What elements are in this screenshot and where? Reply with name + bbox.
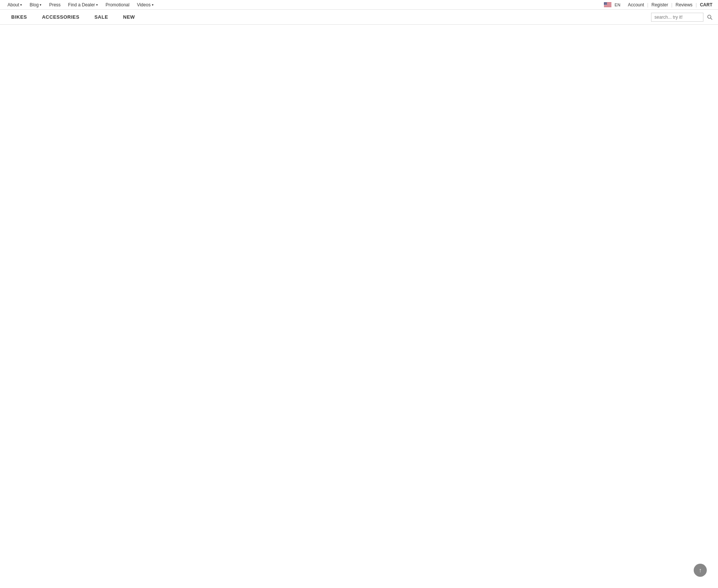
main-nav-bikes-label: BIKES bbox=[11, 14, 27, 20]
svg-rect-5 bbox=[604, 6, 611, 6]
language-code: EN bbox=[613, 3, 622, 7]
svg-point-19 bbox=[605, 4, 605, 5]
svg-point-11 bbox=[606, 3, 607, 3]
svg-point-9 bbox=[605, 3, 605, 3]
main-nav-sale-label: SALE bbox=[94, 14, 108, 20]
top-nav-right: EN Account | Register | Reviews | CART bbox=[604, 2, 714, 7]
svg-point-16 bbox=[605, 4, 605, 4]
main-nav-accessories[interactable]: ACCESSORIES bbox=[34, 10, 87, 25]
cart-link[interactable]: CART bbox=[698, 2, 714, 7]
main-nav-sale[interactable]: SALE bbox=[87, 10, 116, 25]
svg-point-8 bbox=[604, 3, 605, 3]
separator-3: | bbox=[694, 2, 698, 7]
top-nav-promotional-label: Promotional bbox=[105, 2, 129, 7]
svg-rect-6 bbox=[604, 6, 611, 7]
top-nav-left: About ▾ Blog ▾ Press Find a Dealer ▾ Pro… bbox=[4, 0, 157, 10]
svg-point-18 bbox=[606, 4, 607, 4]
svg-point-15 bbox=[604, 4, 605, 4]
top-navigation: About ▾ Blog ▾ Press Find a Dealer ▾ Pro… bbox=[0, 0, 718, 10]
top-nav-find-dealer-label: Find a Dealer bbox=[68, 2, 95, 7]
separator-1: | bbox=[646, 2, 650, 7]
language-switcher[interactable]: EN bbox=[604, 2, 622, 7]
account-link[interactable]: Account bbox=[626, 2, 646, 7]
main-nav-new[interactable]: NEW bbox=[116, 10, 142, 25]
main-content bbox=[0, 25, 718, 585]
top-nav-promotional[interactable]: Promotional bbox=[102, 0, 133, 10]
main-nav-bikes[interactable]: BIKES bbox=[4, 10, 34, 25]
find-dealer-chevron-icon: ▾ bbox=[96, 3, 98, 7]
top-nav-find-dealer[interactable]: Find a Dealer ▾ bbox=[64, 0, 102, 10]
top-nav-press[interactable]: Press bbox=[45, 0, 64, 10]
separator-2: | bbox=[670, 2, 674, 7]
svg-point-12 bbox=[605, 3, 605, 4]
top-nav-blog-label: Blog bbox=[30, 2, 39, 7]
search-button[interactable] bbox=[705, 14, 714, 21]
main-nav-left: BIKES ACCESSORIES SALE NEW bbox=[4, 10, 142, 25]
svg-point-17 bbox=[606, 4, 606, 4]
us-flag-icon bbox=[604, 2, 611, 7]
svg-point-14 bbox=[606, 3, 607, 4]
top-nav-press-label: Press bbox=[49, 2, 61, 7]
top-nav-right-links: Account | Register | Reviews | CART bbox=[626, 2, 714, 7]
register-link[interactable]: Register bbox=[650, 2, 670, 7]
svg-point-20 bbox=[605, 4, 606, 5]
about-chevron-icon: ▾ bbox=[20, 3, 22, 7]
search-input[interactable] bbox=[651, 13, 703, 22]
svg-rect-4 bbox=[604, 5, 611, 5]
reviews-link[interactable]: Reviews bbox=[674, 2, 694, 7]
videos-chevron-icon: ▾ bbox=[152, 3, 154, 7]
scroll-top-arrow-icon: ↑ bbox=[699, 567, 702, 573]
scroll-to-top-button[interactable]: ↑ bbox=[694, 564, 707, 577]
top-nav-about[interactable]: About ▾ bbox=[4, 0, 26, 10]
blog-chevron-icon: ▾ bbox=[40, 3, 42, 7]
top-nav-blog[interactable]: Blog ▾ bbox=[26, 0, 45, 10]
search-icon bbox=[707, 15, 712, 20]
main-nav-search bbox=[651, 13, 714, 22]
svg-point-21 bbox=[606, 4, 607, 5]
svg-line-23 bbox=[711, 18, 712, 19]
top-nav-about-label: About bbox=[7, 2, 19, 7]
svg-point-10 bbox=[606, 3, 606, 3]
top-nav-videos[interactable]: Videos ▾ bbox=[133, 0, 157, 10]
top-nav-videos-label: Videos bbox=[137, 2, 150, 7]
svg-point-13 bbox=[605, 3, 606, 4]
main-nav-accessories-label: ACCESSORIES bbox=[42, 14, 79, 20]
main-nav-new-label: NEW bbox=[123, 14, 135, 20]
main-navigation: BIKES ACCESSORIES SALE NEW bbox=[0, 10, 718, 25]
